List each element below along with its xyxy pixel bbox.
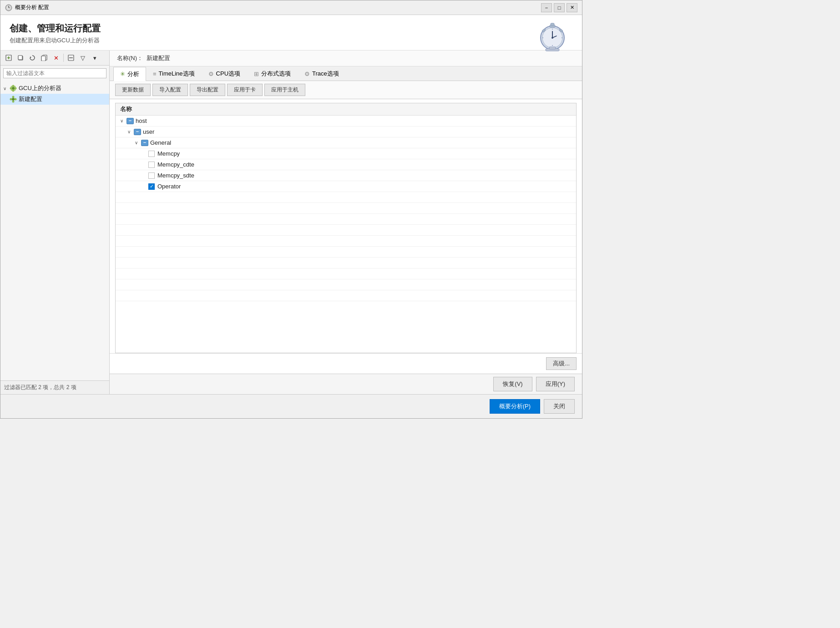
footer-bar: 概要分析(P) 关闭 xyxy=(0,394,582,418)
duplicate-button[interactable] xyxy=(15,52,26,63)
refresh-button[interactable] xyxy=(27,52,38,63)
tab-distributed-label: 分布式选项 xyxy=(261,70,291,78)
tree-row-empty-2 xyxy=(116,203,576,214)
expand-host-icon: ∨ xyxy=(120,118,127,123)
header-text: 创建、管理和运行配置 创建配置用来启动GCU上的分析器 xyxy=(10,22,573,45)
expand-user-icon: ∨ xyxy=(127,129,134,134)
sidebar-toolbar: ✕ ▽ ▾ xyxy=(0,51,109,66)
tree-row-host[interactable]: ∨ host xyxy=(116,116,576,127)
window-title: 概要分析 配置 xyxy=(15,4,541,11)
title-bar: 概要分析 配置 − □ ✕ xyxy=(0,0,582,15)
tree-row-empty-4 xyxy=(116,225,576,236)
tree-row-empty-6 xyxy=(116,247,576,258)
tabs-row: ✳ 分析 ≡ TimeLine选项 ⚙ CPU选项 ⊞ 分布式选项 ⚙ Tr xyxy=(110,66,582,81)
analysis-tree-panel: 名称 ∨ host ∨ user ∨ General xyxy=(115,103,577,353)
svg-rect-14 xyxy=(549,47,556,49)
operator-checkbox[interactable] xyxy=(148,183,155,190)
svg-point-40 xyxy=(15,98,17,101)
timeline-tab-icon: ≡ xyxy=(153,71,157,77)
apply-button[interactable]: 应用(Y) xyxy=(536,377,575,391)
main-window: 概要分析 配置 − □ ✕ 创建、管理和运行配置 创建配置用来启动GCU上的分析… xyxy=(0,0,582,419)
tab-analysis-label: 分析 xyxy=(127,70,139,78)
close-button-footer[interactable]: 关闭 xyxy=(544,399,575,414)
name-row: 名称(N)： 新建配置 xyxy=(110,51,582,66)
root-flower-icon xyxy=(10,85,17,92)
restore-button[interactable]: 恢复(V) xyxy=(493,377,532,391)
restore-apply-bar: 恢复(V) 应用(Y) xyxy=(110,374,582,394)
svg-point-35 xyxy=(14,89,16,91)
svg-point-38 xyxy=(12,101,15,103)
delete-button[interactable]: ✕ xyxy=(51,52,61,63)
import-config-button[interactable]: 导入配置 xyxy=(152,84,188,96)
operator-label: Operator xyxy=(157,183,181,190)
export-config-button[interactable]: 导出配置 xyxy=(190,84,225,96)
svg-rect-24 xyxy=(41,56,46,61)
tree-row-user[interactable]: ∨ user xyxy=(116,127,576,137)
svg-point-32 xyxy=(11,86,13,88)
tree-row-operator[interactable]: Operator xyxy=(116,181,576,192)
maximize-button[interactable]: □ xyxy=(554,3,565,12)
tree-row-memcpy[interactable]: Memcpy xyxy=(116,148,576,159)
page-title: 创建、管理和运行配置 xyxy=(10,22,573,35)
filter-menu-button[interactable]: ▾ xyxy=(89,52,100,63)
tree-row-empty-8 xyxy=(116,268,576,279)
header-section: 创建、管理和运行配置 创建配置用来启动GCU上的分析器 xyxy=(0,15,582,51)
trace-tab-icon: ⚙ xyxy=(304,71,310,77)
memcpy-checkbox[interactable] xyxy=(148,151,155,157)
tree-row-general[interactable]: ∨ General xyxy=(116,137,576,148)
advanced-row: 高级... xyxy=(110,353,582,374)
tree-row-memcpy-cdte[interactable]: Memcpy_cdte xyxy=(116,159,576,170)
host-label: host xyxy=(136,117,147,124)
memcpy-sdte-label: Memcpy_sdte xyxy=(157,172,194,179)
sidebar-footer: 过滤器已匹配 2 项，总共 2 项 xyxy=(0,380,109,394)
expand-general-icon: ∨ xyxy=(135,140,141,145)
tab-cpu-label: CPU选项 xyxy=(216,70,240,78)
host-folder-icon xyxy=(127,118,134,124)
page-subtitle: 创建配置用来启动GCU上的分析器 xyxy=(10,36,573,45)
collapse-button[interactable] xyxy=(66,52,76,63)
svg-point-12 xyxy=(552,37,553,39)
memcpy-sdte-checkbox[interactable] xyxy=(148,172,155,179)
svg-rect-21 xyxy=(18,56,22,60)
name-label: 名称(N)： xyxy=(117,54,143,62)
tree-row-empty-3 xyxy=(116,214,576,225)
advanced-button[interactable]: 高级... xyxy=(546,357,577,370)
tree-row-empty-1 xyxy=(116,192,576,203)
action-bar: 更新数据 导入配置 导出配置 应用于卡 应用于主机 xyxy=(110,81,582,99)
new-config-button[interactable] xyxy=(3,52,14,63)
svg-point-36 xyxy=(12,98,15,101)
copy-button[interactable] xyxy=(39,52,50,63)
update-data-button[interactable]: 更新数据 xyxy=(115,84,151,96)
child-label: 新建配置 xyxy=(19,95,42,103)
expand-root-icon: ∨ xyxy=(3,86,10,91)
general-label: General xyxy=(150,139,171,146)
child-flower-icon xyxy=(10,96,17,103)
root-label: GCU上的分析器 xyxy=(19,84,61,92)
main-content: ✕ ▽ ▾ ∨ xyxy=(0,51,582,394)
stopwatch-icon xyxy=(536,20,573,56)
profile-analysis-button[interactable]: 概要分析(P) xyxy=(490,399,540,414)
sidebar-tree: ∨ GCU上的 xyxy=(0,81,109,380)
cpu-tab-icon: ⚙ xyxy=(208,71,214,77)
filter-button[interactable]: ▽ xyxy=(77,52,88,63)
analysis-tab-icon: ✳ xyxy=(120,71,125,77)
tab-cpu[interactable]: ⚙ CPU选项 xyxy=(202,66,247,81)
tab-trace[interactable]: ⚙ Trace选项 xyxy=(298,66,346,81)
window-icon xyxy=(5,4,12,11)
minimize-button[interactable]: − xyxy=(541,3,552,12)
tree-column-header: 名称 xyxy=(116,103,576,116)
tab-distributed[interactable]: ⊞ 分布式选项 xyxy=(247,66,298,81)
svg-marker-22 xyxy=(30,56,31,58)
tree-row-empty-7 xyxy=(116,258,576,268)
memcpy-cdte-checkbox[interactable] xyxy=(148,162,155,168)
tab-timeline[interactable]: ≡ TimeLine选项 xyxy=(146,66,202,81)
sidebar-item-root[interactable]: ∨ GCU上的 xyxy=(0,83,109,94)
apply-to-card-button[interactable]: 应用于卡 xyxy=(227,84,263,96)
sidebar-item-child[interactable]: 新建配置 xyxy=(0,94,109,105)
apply-to-host-button[interactable]: 应用于主机 xyxy=(264,84,305,96)
filter-input[interactable] xyxy=(3,68,106,78)
tab-analysis[interactable]: ✳ 分析 xyxy=(113,67,146,81)
close-button[interactable]: ✕ xyxy=(567,3,577,12)
name-value: 新建配置 xyxy=(147,54,170,62)
tree-row-memcpy-sdte[interactable]: Memcpy_sdte xyxy=(116,170,576,181)
